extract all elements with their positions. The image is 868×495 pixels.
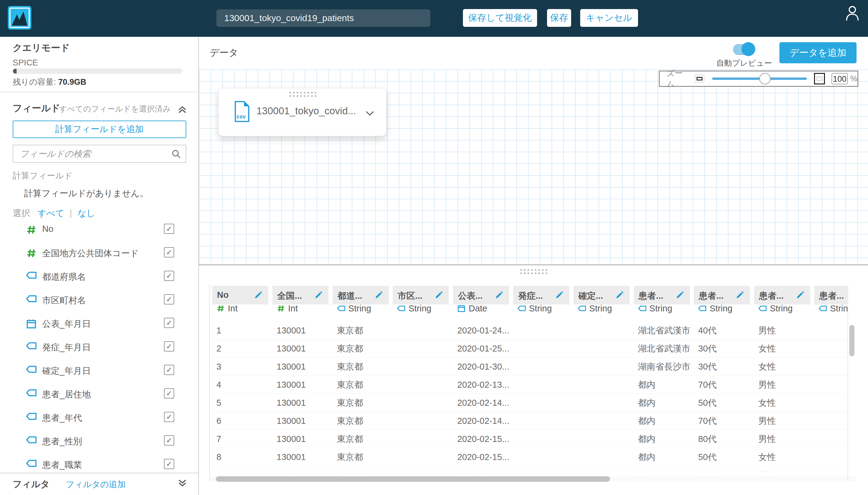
table-cell: 50代 — [698, 448, 716, 466]
zoom-label: ズーム — [666, 68, 689, 89]
cancel-button[interactable]: キャンセル — [580, 9, 638, 27]
string-field-icon — [758, 305, 767, 311]
field-checkbox[interactable]: ✓ — [164, 294, 174, 305]
table-cell: 50代 — [698, 394, 716, 412]
column-type[interactable]: String — [819, 302, 848, 315]
table-cell: 東京都 — [337, 339, 363, 358]
select-label: 選択 — [13, 208, 30, 218]
table-cell: 130001 — [277, 358, 306, 376]
edit-column-icon[interactable] — [434, 290, 443, 300]
tab-data[interactable]: データ — [210, 47, 238, 59]
field-item: 患者_職業✓ — [0, 453, 199, 473]
zoom-slider-thumb[interactable] — [759, 73, 771, 84]
capacity-remaining: 残りの容量: 70.9GB — [13, 76, 86, 87]
zoom-out-icon[interactable] — [695, 74, 704, 83]
edit-column-icon[interactable] — [675, 290, 684, 300]
column-type[interactable]: Int — [216, 302, 238, 315]
panel-splitter[interactable] — [199, 266, 868, 280]
edit-column-icon[interactable] — [735, 290, 744, 300]
edit-column-icon[interactable] — [795, 290, 805, 300]
table-cell: 7 — [216, 430, 221, 448]
edit-column-icon[interactable] — [254, 290, 263, 300]
field-checkbox[interactable]: ✓ — [164, 224, 174, 234]
add-filter-link[interactable]: フィルタの追加 — [66, 479, 126, 490]
save-button[interactable]: 保存 — [547, 9, 571, 27]
table-cell: 130001 — [277, 412, 306, 430]
dataset-name-input[interactable] — [216, 9, 430, 27]
string-field-icon — [26, 459, 37, 467]
numeric-field-icon — [26, 224, 37, 235]
table-cell: 女性 — [758, 358, 776, 376]
expand-filters-icon[interactable] — [177, 478, 188, 490]
table-cell: 女性 — [758, 339, 776, 358]
column-type-label: String — [348, 304, 371, 313]
field-checkbox[interactable]: ✓ — [164, 388, 174, 398]
edit-column-icon[interactable] — [615, 290, 624, 300]
horizontal-scrollbar-thumb[interactable] — [216, 476, 610, 482]
field-name: 患者_居住地 — [42, 389, 91, 400]
node-drag-handle[interactable] — [288, 91, 317, 97]
column-type[interactable]: String — [337, 302, 371, 315]
save-and-visualize-button[interactable]: 保存して視覚化 — [463, 9, 537, 27]
horizontal-scrollbar[interactable] — [210, 476, 856, 482]
field-checkbox[interactable]: ✓ — [164, 412, 174, 422]
column-type[interactable]: String — [518, 302, 552, 315]
add-calculated-field-button[interactable]: 計算フィールドを追加 — [13, 121, 186, 138]
table-cell: 東京都 — [337, 358, 363, 376]
csv-file-icon: csv — [233, 100, 250, 123]
field-checkbox[interactable]: ✓ — [164, 271, 174, 281]
edit-column-icon[interactable] — [555, 290, 564, 300]
table-cell: 2020-02-15... — [457, 448, 509, 466]
field-checkbox[interactable]: ✓ — [164, 318, 174, 328]
table-cell: 湖北省武漢市 — [638, 339, 691, 358]
field-item: 都道府県名✓ — [0, 265, 199, 288]
string-field-icon — [578, 305, 586, 311]
field-checkbox[interactable]: ✓ — [164, 365, 174, 375]
user-name-redacted — [833, 22, 868, 31]
dataset-node[interactable]: csv 130001_tokyo_covid... — [218, 88, 386, 136]
field-name: 患者_年代 — [42, 412, 82, 424]
select-all-link[interactable]: すべて — [37, 208, 64, 218]
collapse-fields-icon[interactable] — [177, 103, 188, 115]
add-data-button[interactable]: データを追加 — [779, 42, 856, 63]
field-name: 市区町村名 — [42, 294, 86, 307]
toggle-knob — [742, 42, 755, 56]
auto-preview-toggle[interactable] — [733, 44, 754, 55]
edit-column-icon[interactable] — [494, 290, 504, 300]
node-menu-chevron-icon[interactable] — [364, 107, 376, 119]
string-field-icon — [26, 365, 37, 373]
column-type[interactable]: String — [397, 302, 431, 315]
field-search-input[interactable] — [13, 145, 186, 163]
fields-section-header: フィールド すべてのフィールドを選択済み — [0, 101, 199, 116]
string-field-icon — [819, 305, 827, 311]
sidebar: クエリモード SPICE 残りの容量: 70.9GB フィールド すべてのフィー… — [0, 37, 199, 495]
table-cell: 3 — [216, 358, 221, 376]
user-account-icon[interactable] — [844, 4, 861, 22]
field-checkbox[interactable]: ✓ — [164, 459, 174, 469]
column-type[interactable]: String — [698, 302, 732, 315]
field-item: 確定_年月日✓ — [0, 359, 199, 382]
zoom-value[interactable]: 100 — [832, 73, 848, 84]
field-checkbox[interactable]: ✓ — [164, 435, 174, 446]
table-cell: 5 — [216, 394, 221, 412]
column-type[interactable]: Date — [457, 302, 487, 315]
table-cell: 湖北省武漢市 — [638, 321, 691, 339]
zoom-slider[interactable] — [712, 78, 807, 80]
column-type-label: String — [830, 304, 848, 313]
column-type[interactable]: String — [758, 302, 793, 315]
zoom-in-icon[interactable] — [814, 73, 825, 84]
quicksight-logo-icon[interactable] — [8, 6, 31, 30]
field-checkbox[interactable]: ✓ — [164, 341, 174, 352]
vertical-scrollbar-thumb[interactable] — [849, 325, 854, 356]
column-header-label: 都道... — [337, 290, 362, 302]
column-type[interactable]: Int — [277, 302, 298, 315]
column-type[interactable]: String — [578, 302, 612, 315]
edit-column-icon[interactable] — [314, 290, 323, 300]
table-cell: 1 — [216, 321, 221, 339]
edit-column-icon[interactable] — [374, 290, 383, 300]
field-checkbox[interactable]: ✓ — [164, 247, 174, 257]
splitter-drag-handle[interactable] — [519, 268, 548, 274]
select-none-link[interactable]: なし — [77, 208, 95, 218]
column-type[interactable]: String — [638, 302, 672, 315]
column-type-label: String — [649, 304, 672, 313]
